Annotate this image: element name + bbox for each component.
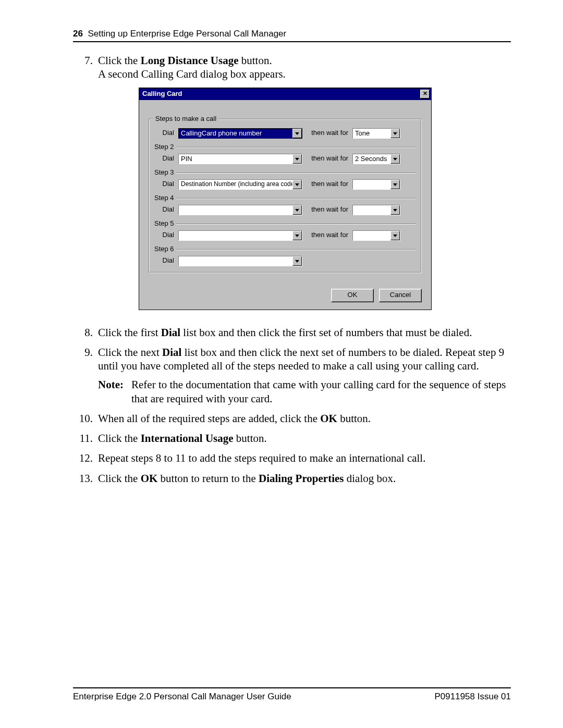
footer-left: Enterprise Edge 2.0 Personal Call Manage…	[73, 692, 291, 702]
calling-card-dialog: Calling Card ✕ Steps to make a call Dial	[139, 88, 432, 310]
chevron-down-icon[interactable]	[390, 231, 400, 240]
wait-combo-2[interactable]: 2 Seconds	[352, 154, 400, 164]
wait-combo-5[interactable]	[352, 230, 400, 241]
page-number: 26	[73, 29, 83, 39]
step-body: Click the Long Distance Usage button. A …	[98, 54, 511, 319]
dial-combo-4[interactable]	[178, 205, 302, 215]
cancel-button[interactable]: Cancel	[379, 289, 422, 302]
header-title: Setting up Enterprise Edge Personal Call…	[88, 29, 286, 39]
chevron-down-icon[interactable]	[390, 154, 400, 164]
note-label: Note:	[98, 378, 131, 405]
chevron-down-icon[interactable]	[292, 256, 302, 266]
footer-right: P0911958 Issue 01	[434, 692, 511, 702]
chevron-down-icon[interactable]	[292, 205, 302, 215]
chevron-down-icon[interactable]	[292, 129, 302, 138]
dial-combo-5[interactable]	[178, 230, 302, 241]
step-number: 7.	[73, 54, 98, 319]
chevron-down-icon[interactable]	[390, 129, 400, 138]
dial-label: Dial	[156, 129, 174, 137]
chevron-down-icon[interactable]	[390, 180, 400, 189]
wait-label: then wait for	[307, 129, 348, 137]
dial-combo-6[interactable]	[178, 256, 302, 266]
dial-combo-2[interactable]: PIN	[178, 154, 302, 164]
wait-combo-4[interactable]	[352, 205, 400, 215]
ok-button[interactable]: OK	[331, 289, 374, 302]
chevron-down-icon[interactable]	[292, 180, 302, 189]
dial-combo-3[interactable]: Destination Number (including area code)	[178, 179, 302, 190]
dialog-titlebar: Calling Card ✕	[139, 88, 431, 100]
dial-combo-1[interactable]: CallingCard phone number	[178, 128, 302, 139]
groupbox-legend: Steps to make a call	[153, 115, 218, 123]
wait-combo-1[interactable]: Tone	[352, 128, 400, 139]
steps-groupbox: Steps to make a call Dial CallingCard ph…	[149, 119, 422, 273]
note-text: Refer to the documentation that came wit…	[131, 378, 511, 405]
chevron-down-icon[interactable]	[292, 154, 302, 164]
close-icon[interactable]: ✕	[420, 90, 430, 98]
chevron-down-icon[interactable]	[292, 231, 302, 240]
page-footer: Enterprise Edge 2.0 Personal Call Manage…	[73, 687, 511, 702]
page-header: 26 Setting up Enterprise Edge Personal C…	[73, 29, 511, 42]
chevron-down-icon[interactable]	[390, 205, 400, 215]
dialog-title: Calling Card	[142, 90, 182, 98]
wait-combo-3[interactable]	[352, 179, 400, 190]
